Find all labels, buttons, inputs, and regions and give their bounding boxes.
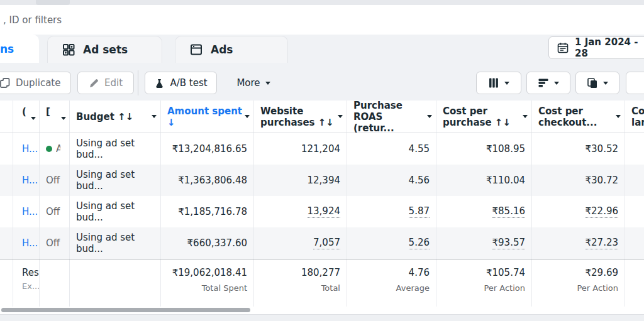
cost-per-checkout-cell: ₹30.52 (532, 133, 625, 165)
top-strip-segment (36, 0, 70, 5)
campaigns-table: ( [ Budget ↑↓ Amount spent↓ Websitepurch… (0, 101, 644, 307)
window-icon (189, 43, 203, 57)
duplicate-label: Duplicate (16, 77, 60, 89)
export-button[interactable] (626, 72, 644, 94)
pages-icon (587, 77, 598, 89)
budget-cell: Using ad set bud... (70, 196, 161, 227)
cost-per-landing-cell (625, 227, 644, 259)
table-header-row: ( [ Budget ↑↓ Amount spent↓ Websitepurch… (0, 101, 644, 133)
totals-cost-per-purchase-cell: ₹105.74 Per Action (436, 259, 532, 307)
breakdown-icon (538, 77, 549, 89)
table-row: H... Off Using ad set bud... ₹660,337.60… (0, 227, 644, 259)
amount-spent-cell: ₹660,337.60 (161, 227, 254, 259)
edit-label: Edit (104, 77, 123, 89)
tabs-row: ns Ad sets Ads 1 Jan 2024 - 28 (0, 35, 644, 63)
cost-per-purchase-cell: ₹108.95 (436, 133, 532, 165)
budget-cell: Using ad set bud... (70, 133, 161, 165)
edit-button[interactable]: Edit (77, 72, 134, 94)
breakdown-button[interactable] (526, 72, 570, 94)
purchase-roas-cell: 4.56 (347, 165, 436, 196)
flask-icon (154, 78, 165, 89)
purchase-roas-cell: 4.55 (347, 133, 436, 165)
chevron-down-icon (152, 115, 157, 118)
campaign-name-link[interactable]: H... (22, 237, 38, 249)
delivery-status-text: Off (46, 206, 60, 217)
column-header-budget[interactable]: Budget ↑↓ (70, 101, 161, 133)
tab-ad-sets-label: Ad sets (83, 43, 128, 56)
row-select-cell[interactable] (0, 165, 13, 196)
totals-cost-per-checkout-cell: ₹29.69 Per Action (532, 259, 625, 307)
column-header-cost-per-checkout[interactable]: Cost percheckout... (532, 101, 625, 133)
amount-spent-cell: ₹1,185,716.78 (161, 196, 254, 227)
totals-delivery-cell (40, 259, 70, 307)
cost-per-landing-cell (625, 133, 644, 165)
table-row: H... Off Using ad set bud... ₹1,185,716.… (0, 196, 644, 227)
cost-per-purchase-cell: ₹85.16 (436, 196, 532, 227)
search-bar (0, 5, 644, 35)
column-header-website-purchases[interactable]: Websitepurchases ↑↓ (254, 101, 347, 133)
totals-website-purchases-cell: 180,277 Total (254, 259, 347, 307)
delivery-status-text: Off (46, 175, 60, 186)
horizontal-scrollbar (0, 307, 644, 314)
column-header-delivery[interactable]: [ (40, 101, 70, 133)
column-header-name[interactable]: ( (13, 101, 40, 133)
tab-ads-label: Ads (211, 43, 233, 56)
cost-per-purchase-cell: ₹110.04 (436, 165, 532, 196)
totals-purchase-roas-cell: 4.76 Average (347, 259, 436, 307)
duplicate-button[interactable]: Duplicate (0, 72, 71, 94)
delivery-cell: Off (40, 196, 70, 227)
tab-ads[interactable]: Ads (175, 36, 288, 63)
date-range-button[interactable]: 1 Jan 2024 - 28 (548, 36, 644, 59)
action-toolbar: Duplicate Edit A/B test More (0, 63, 644, 101)
cost-per-checkout-cell: ₹30.72 (532, 165, 625, 196)
tab-ad-sets[interactable]: Ad sets (47, 36, 162, 63)
calendar-icon (557, 41, 569, 54)
date-range-label: 1 Jan 2024 - 28 (575, 36, 644, 59)
website-purchases-cell: 121,204 (254, 133, 347, 165)
columns-icon (488, 77, 499, 89)
cost-per-landing-cell (625, 165, 644, 196)
table-row: H... Off Using ad set bud... ₹1,363,806.… (0, 165, 644, 196)
active-status-dot-icon (46, 146, 52, 152)
website-purchases-cell: 13,924 (254, 196, 347, 227)
delivery-cell: Off (40, 227, 70, 259)
totals-label-cell: Res Ex... (13, 259, 40, 307)
ab-test-button[interactable]: A/B test (145, 72, 217, 94)
amount-spent-cell: ₹13,204,816.65 (161, 133, 254, 165)
row-select-cell[interactable] (0, 227, 13, 259)
scrollbar-thumb[interactable] (1, 308, 250, 312)
columns-button[interactable] (476, 72, 521, 94)
more-button[interactable]: More (228, 72, 279, 94)
chevron-down-icon (61, 117, 66, 120)
chevron-down-icon (31, 117, 36, 120)
campaign-name-link[interactable]: H... (22, 143, 38, 155)
chevron-down-icon (265, 82, 270, 85)
website-purchases-cell: 7,057 (254, 227, 347, 259)
reports-button[interactable] (575, 72, 619, 94)
chevron-down-icon (427, 115, 432, 118)
pencil-icon (89, 78, 99, 89)
row-select-cell[interactable] (0, 133, 13, 165)
search-input[interactable] (0, 14, 644, 26)
more-label: More (236, 77, 260, 89)
column-header-select[interactable] (0, 101, 13, 133)
tab-campaigns[interactable]: ns (0, 35, 39, 63)
delivery-status-text: Off (46, 237, 60, 249)
campaign-name-link[interactable]: H... (22, 175, 38, 186)
toolbar-divider (138, 70, 138, 95)
chevron-down-icon (338, 115, 343, 118)
column-header-cost-per-purchase[interactable]: Cost perpurchase ↑↓ (436, 101, 532, 133)
purchase-roas-cell: 5.26 (347, 227, 436, 259)
column-header-cost-per-landing[interactable]: Colan (625, 101, 644, 133)
chevron-down-icon (616, 115, 621, 118)
top-edge-strip (0, 0, 644, 5)
totals-select-cell (0, 259, 13, 307)
row-select-cell[interactable] (0, 196, 13, 227)
column-header-purchase-roas[interactable]: PurchaseROAS (retur... (347, 101, 436, 133)
cost-per-checkout-cell: ₹22.96 (532, 196, 625, 227)
cost-per-checkout-cell: ₹27.23 (532, 227, 625, 259)
campaign-name-link[interactable]: H... (22, 206, 38, 217)
grid-icon (62, 43, 75, 57)
column-header-amount-spent[interactable]: Amount spent↓ (161, 101, 254, 133)
purchase-roas-cell: 5.87 (347, 196, 436, 227)
